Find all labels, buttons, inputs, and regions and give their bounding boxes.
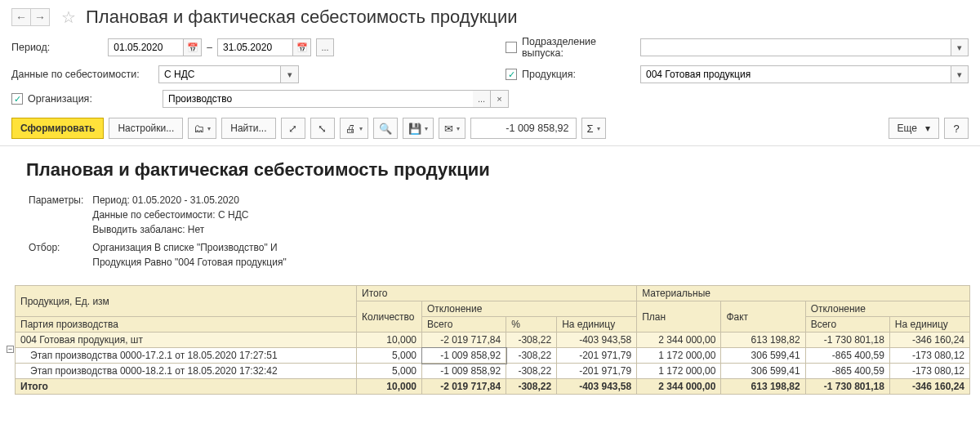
unit-input[interactable] [640,38,951,56]
cell-qty: 10,000 [357,333,422,348]
table-row-total[interactable]: Итого 10,000 -2 019 717,84 -308,22 -403 … [16,379,970,395]
cell-dev-all: -1 009 858,92 [422,348,506,364]
report-title: Плановая и фактическая себестоимость про… [26,159,969,181]
cell-plan: 1 172 000,00 [637,364,721,379]
report-table: Продукция, Ед. изм Итого Материальные Ко… [15,285,970,395]
cell-fact: 306 599,41 [721,364,805,379]
expand-all-button[interactable]: ⤢ [281,118,305,139]
cell-label: Этап производства 0000-18.2.1 от 18.05.2… [16,364,357,379]
unit-checkbox[interactable] [506,42,517,53]
cell-mdev-all: -865 400,59 [805,348,889,364]
form-report-button[interactable]: Сформировать [11,118,104,139]
cell-label: 004 Готовая продукция, шт [16,333,357,348]
save-button[interactable]: 💾▾ [403,118,434,139]
cell-plan: 2 344 000,00 [637,379,721,395]
date-to-calendar-icon[interactable]: 📅 [293,38,311,56]
nav-forward-button[interactable]: → [30,8,50,26]
settings-button[interactable]: Настройки... [109,118,183,139]
cell-plan: 2 344 000,00 [637,333,721,348]
cell-dev-unit: -403 943,58 [557,333,637,348]
report-params: Параметры: Период: 01.05.2020 - 31.05.20… [26,190,969,272]
help-button[interactable]: ? [944,118,969,139]
cell-dev-pct: -308,22 [506,333,557,348]
cell-plan: 1 172 000,00 [637,348,721,364]
cell-dev-all: -2 019 717,84 [422,333,506,348]
org-picker-button[interactable]: ... [473,90,491,108]
cell-mdev-unit: -173 080,12 [889,364,969,379]
email-button[interactable]: ✉▾ [439,118,466,139]
period-label: Период: [11,42,108,53]
cell-qty: 5,000 [357,364,422,379]
variants-button[interactable]: 🗂▾ [188,118,216,139]
param-line: Данные по себестоимости: С НДС [92,208,286,222]
unit-label: Подразделение выпуска: [506,36,640,59]
col-dev-unit: На единицу [557,317,637,333]
cell-mdev-unit: -346 160,24 [889,379,969,395]
cell-mdev-unit: -173 080,12 [889,348,969,364]
unit-dropdown-icon[interactable]: ▾ [951,38,969,56]
col-plan: План [637,301,721,333]
product-checkbox[interactable] [506,69,517,80]
product-dropdown-icon[interactable]: ▾ [951,65,969,83]
col-batch: Партия производства [16,317,357,333]
cost-label: Данные по себестоимости: [11,69,158,80]
col-qty: Количество [357,301,422,333]
period-picker-button[interactable]: ... [316,38,334,56]
col-dev-all: Всего [422,317,506,333]
table-row[interactable]: 004 Готовая продукция, шт 10,000 -2 019 … [16,333,970,348]
find-button[interactable]: Найти... [221,118,275,139]
cell-dev-unit: -403 943,58 [557,379,637,395]
favorite-star-icon[interactable]: ☆ [61,7,76,27]
param-line: Выводить забаланс: Нет [92,222,286,237]
preview-button[interactable]: 🔍 [373,118,398,139]
nav-back-button[interactable]: ← [11,8,31,26]
date-to-input[interactable] [217,38,293,56]
cell-mdev-unit: -346 160,24 [889,333,969,348]
org-label: Организация: [11,93,163,105]
col-mat-dev-group: Отклонение [805,301,969,317]
filter-line: Организация В списке "Производство" И [92,240,286,255]
product-input[interactable] [640,65,951,83]
col-product: Продукция, Ед. изм [16,286,357,317]
cost-combo[interactable] [158,65,281,83]
cell-label: Итого [16,379,357,395]
cost-dropdown-icon[interactable]: ▾ [281,65,299,83]
cell-dev-all: -2 019 717,84 [422,379,506,395]
product-label: Продукция: [506,69,640,80]
org-checkbox[interactable] [11,93,23,105]
col-mat-group: Материальные [637,286,970,301]
col-dev-group: Отклонение [422,301,637,317]
more-button[interactable]: Еще▾ [889,118,939,139]
cell-dev-unit: -201 971,79 [557,364,637,379]
filter-label: Отбор: [28,239,90,270]
cell-fact: 613 198,82 [721,379,805,395]
param-line: Период: 01.05.2020 - 31.05.2020 [92,193,286,208]
cell-dev-pct: -308,22 [506,379,557,395]
date-from-input[interactable] [108,38,184,56]
sum-button[interactable]: Σ▾ [581,118,606,139]
cell-dev-pct: -308,22 [506,348,557,364]
print-button[interactable]: 🖨▾ [340,118,368,139]
col-fact: Факт [721,301,805,333]
collapse-all-button[interactable]: ⤡ [310,118,335,139]
cell-dev-unit: -201 971,79 [557,348,637,364]
table-row[interactable]: Этап производства 0000-17.2.1 от 18.05.2… [16,348,970,364]
cell-fact: 306 599,41 [721,348,805,364]
selected-value-readout: -1 009 858,92 [470,118,577,139]
org-input[interactable] [163,90,473,108]
page-title: Плановая и фактическая себестоимость про… [86,7,518,28]
date-from-calendar-icon[interactable]: 📅 [184,38,202,56]
cell-dev-pct: -308,22 [506,364,557,379]
params-label: Параметры: [28,192,90,238]
cell-mdev-all: -1 730 801,18 [805,333,889,348]
table-row[interactable]: Этап производства 0000-18.2.1 от 18.05.2… [16,364,970,379]
col-total-group: Итого [357,286,637,301]
cell-mdev-all: -1 730 801,18 [805,379,889,395]
cell-qty: 10,000 [357,379,422,395]
unit-label-text: Подразделение выпуска: [522,36,640,59]
org-clear-button[interactable]: × [491,90,509,108]
filter-line: Продукция Равно "004 Готовая продукция" [92,255,286,270]
org-label-text: Организация: [28,93,92,105]
collapse-toggle[interactable]: − [7,346,14,353]
col-dev-pct: % [506,317,557,333]
